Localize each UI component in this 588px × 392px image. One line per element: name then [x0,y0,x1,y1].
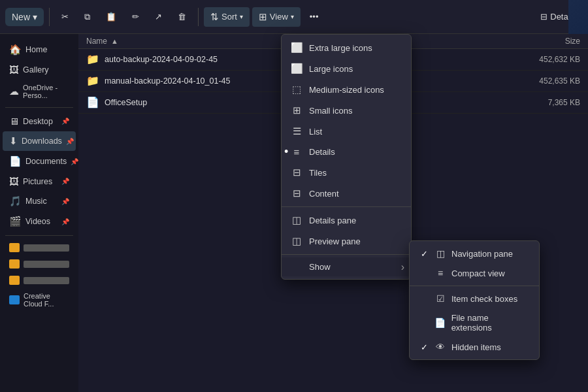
menu-item-large-icons[interactable]: ⬜ Large icons [282,58,411,79]
navigation-pane-label: Navigation pane [451,249,513,259]
show-section: Show [282,257,411,276]
sidebar-folder-1[interactable] [3,240,76,255]
folder-label-3 [24,277,69,284]
videos-icon: 🎬 [9,216,22,227]
pin-icon-4: 📌 [61,178,69,185]
sidebar-music-label: Music [25,197,47,206]
menu-item-content[interactable]: ⊟ Content [282,183,411,204]
sidebar-downloads-label: Downloads [22,137,62,146]
menu-item-list[interactable]: ☰ List [282,121,411,142]
file-name-3: OfficeSetup [105,98,282,107]
pin-icon-3: 📌 [71,158,78,165]
column-name-label: Name [86,37,107,46]
show-button[interactable]: Show [282,257,411,276]
more-button[interactable]: ••• [303,8,325,25]
copy-button[interactable]: ⧉ [78,8,97,26]
hidden-items-icon: 👁 [434,342,446,352]
view-arrow: ▾ [291,13,294,20]
cut-icon: ✂ [61,12,69,22]
sidebar-pictures-label: Pictures [23,177,52,186]
sidebar-item-onedrive[interactable]: ☁ OneDrive - Perso... [3,80,76,103]
large-icons-label: Large icons [309,64,353,74]
view-button[interactable]: ⊞ View ▾ [252,7,301,27]
nav-pane-check: ✓ [419,249,429,259]
column-size[interactable]: Size [515,37,580,46]
view-label: View [270,12,288,22]
details-pane-label: Details pane [309,216,356,225]
sort-button[interactable]: ⇅ Sort ▾ [204,7,250,27]
folder-icon-2 [9,259,20,269]
delete-button[interactable]: 🗑 [171,8,193,25]
column-name[interactable]: Name ▲ [86,37,282,46]
menu-item-extra-large-icons[interactable]: ⬜ Extra large icons [282,37,411,58]
sidebar-item-videos[interactable]: 🎬 Videos 📌 [3,212,76,231]
extra-large-icons-icon: ⬜ [291,42,302,54]
rename-button[interactable]: ✏ [125,8,146,25]
large-icons-icon: ⬜ [291,63,302,74]
copy-icon: ⧉ [84,12,90,22]
sidebar-divider-2 [5,235,73,236]
menu-item-preview-pane[interactable]: ◫ Preview pane [282,231,411,252]
submenu-item-compact-view[interactable]: ≡ Compact view [410,263,539,283]
sidebar-item-desktop[interactable]: 🖥 Desktop 📌 [3,112,76,131]
sidebar-item-pictures[interactable]: 🖼 Pictures 📌 [3,172,76,191]
submenu-item-navigation-pane[interactable]: ✓ ◫ Navigation pane [410,244,539,263]
cut-button[interactable]: ✂ [55,8,75,25]
sidebar-item-home[interactable]: 🏠 Home [3,40,76,59]
music-icon: 🎵 [9,195,22,207]
small-icons-icon: ⊞ [291,105,302,116]
file-icon-3: 📄 [86,96,99,109]
sidebar-folder-2[interactable] [3,256,76,272]
share-button[interactable]: ↗ [148,8,169,25]
file-name-1: auto-backup-2024-04-09-02-45 [105,55,282,64]
file-name-extensions-icon: 📄 [434,318,446,328]
toolbar-separator-1 [49,8,50,26]
file-icon-2: 📁 [86,74,99,88]
menu-item-tiles[interactable]: ⊟ Tiles [282,162,411,183]
file-size-1: 452,632 KB [515,55,580,64]
preview-pane-label: Preview pane [309,237,361,246]
sidebar-item-music[interactable]: 🎵 Music 📌 [3,191,76,211]
content-label: Content [309,189,339,199]
file-size-2: 452,635 KB [515,76,580,86]
pin-icon-6: 📌 [61,218,69,225]
sidebar-item-gallery[interactable]: 🖼 Gallery [3,60,76,79]
sidebar-item-creative-cloud[interactable]: Creative Cloud F... [3,289,76,311]
menu-item-details-pane[interactable]: ◫ Details pane [282,210,411,231]
new-button[interactable]: New ▾ [5,8,44,26]
gallery-icon: 🖼 [9,64,19,75]
paste-icon: 📋 [106,12,116,22]
show-label: Show [309,262,331,272]
sidebar-home-label: Home [25,45,47,54]
pin-icon: 📌 [61,118,69,125]
folder-icon-1 [9,243,20,252]
pin-icon-5: 📌 [61,198,69,205]
column-size-label: Size [565,37,580,46]
sidebar-folder-3[interactable] [3,272,76,288]
share-icon: ↗ [155,12,162,22]
sidebar-item-downloads[interactable]: ⬇ Downloads 📌 [3,131,76,151]
toolbar: New ▾ ✂ ⧉ 📋 ✏ ↗ 🗑 ⇅ Sort ▾ ⊞ View ▾ ••• … [0,0,588,34]
sidebar-item-documents[interactable]: 📄 Documents 📌 [3,152,76,171]
submenu-item-file-name-extensions[interactable]: 📄 File name extensions [410,308,539,337]
details-icon: ≡ [291,146,302,157]
menu-item-details[interactable]: ≡ Details [282,142,411,162]
sidebar-videos-label: Videos [25,217,50,226]
medium-icons-icon: ⬚ [291,84,302,95]
file-name-extensions-label: File name extensions [451,313,530,333]
medium-icons-label: Medium-sized icons [309,85,384,95]
compact-view-label: Compact view [451,269,505,278]
sidebar-gallery-label: Gallery [23,65,49,74]
sort-arrow: ▾ [240,13,243,20]
hidden-items-check: ✓ [419,342,429,352]
menu-item-small-icons[interactable]: ⊞ Small icons [282,100,411,121]
submenu-item-item-check-boxes[interactable]: ☑ Item check boxes [410,289,539,308]
menu-item-medium-icons[interactable]: ⬚ Medium-sized icons [282,79,411,100]
file-icon-1: 📁 [86,53,99,66]
paste-button[interactable]: 📋 [99,8,123,25]
creative-cloud-icon [9,295,20,304]
hidden-items-label: Hidden items [451,342,501,352]
details-pane-icon: ◫ [291,214,302,226]
toolbar-separator-2 [198,8,199,26]
submenu-item-hidden-items[interactable]: ✓ 👁 Hidden items [410,337,539,357]
